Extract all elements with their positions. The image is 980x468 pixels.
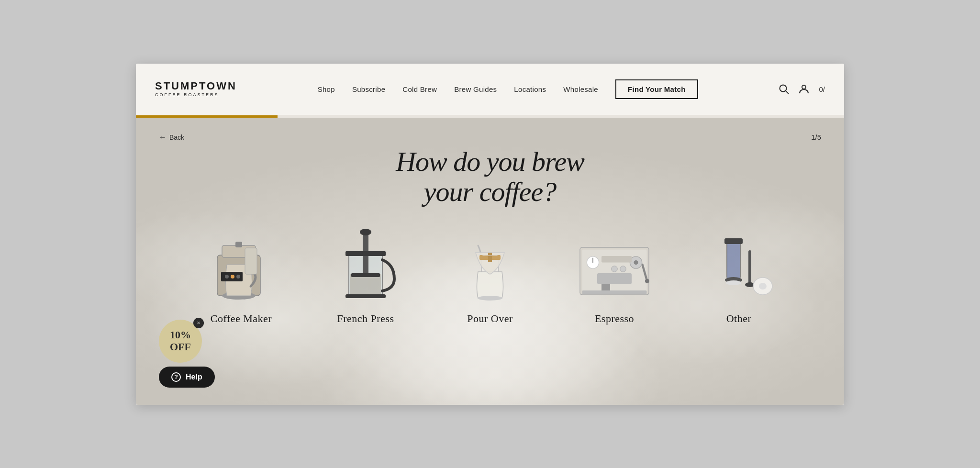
svg-point-37: [726, 280, 741, 285]
svg-point-26: [645, 279, 649, 283]
brew-option-coffee-maker[interactable]: Coffee Maker: [179, 226, 303, 325]
svg-rect-6: [235, 242, 242, 247]
other-label: Other: [726, 312, 752, 325]
svg-point-9: [225, 275, 229, 279]
pour-over-icon: [447, 226, 533, 303]
account-icon: [799, 84, 809, 94]
nav-item-shop[interactable]: Shop: [318, 85, 335, 93]
discount-badge[interactable]: × 10% OFF: [159, 320, 202, 363]
account-button[interactable]: [799, 84, 809, 94]
pour-over-image: [447, 226, 533, 303]
help-button[interactable]: ? Help: [159, 367, 215, 388]
coffee-maker-image: [198, 226, 284, 303]
help-icon: ?: [171, 372, 181, 382]
nav-item-brew-guides[interactable]: Brew Guides: [454, 85, 497, 93]
svg-point-2: [802, 85, 806, 89]
help-label: Help: [186, 373, 202, 381]
nav-item-wholesale[interactable]: Wholesale: [563, 85, 598, 93]
svg-rect-13: [350, 274, 381, 295]
question-title: How do you brew your coffee?: [136, 146, 844, 208]
logo[interactable]: STUMPTOWN COFFEE ROASTERS: [155, 81, 237, 97]
search-icon: [779, 84, 789, 94]
discount-close-button[interactable]: ×: [193, 318, 204, 328]
svg-point-41: [759, 283, 767, 290]
espresso-icon: [571, 226, 657, 303]
brew-option-french-press[interactable]: French Press: [303, 226, 428, 325]
cart-count: 0/: [819, 85, 825, 93]
discount-text: 10% OFF: [170, 329, 191, 352]
svg-line-1: [786, 91, 789, 94]
nav-item-locations[interactable]: Locations: [514, 85, 546, 93]
header-icons: 0/: [779, 84, 825, 94]
svg-rect-24: [597, 273, 632, 284]
brew-option-other[interactable]: Other: [677, 226, 801, 325]
svg-rect-27: [582, 290, 647, 294]
search-button[interactable]: [779, 84, 789, 94]
svg-rect-34: [727, 241, 740, 279]
logo-sub: COFFEE ROASTERS: [155, 93, 237, 97]
brew-options: Coffee Maker: [136, 207, 844, 354]
nav-item-subscribe[interactable]: Subscribe: [352, 85, 385, 93]
brew-option-espresso[interactable]: Espresso: [552, 226, 677, 325]
other-image: [696, 226, 782, 303]
svg-point-21: [478, 296, 502, 301]
svg-point-10: [231, 275, 234, 279]
french-press-image: [323, 226, 409, 303]
svg-point-11: [236, 275, 240, 279]
espresso-label: Espresso: [595, 312, 634, 325]
svg-rect-16: [351, 273, 380, 277]
cart-button[interactable]: 0/: [819, 85, 825, 93]
svg-rect-18: [345, 294, 386, 298]
question-line1: How do you brew: [396, 146, 584, 177]
svg-rect-31: [601, 256, 632, 263]
site-header: STUMPTOWN COFFEE ROASTERS Shop Subscribe…: [136, 64, 844, 115]
svg-rect-7: [245, 248, 257, 274]
main-content: ← Back 1/5 How do you brew your coffee?: [136, 118, 844, 405]
french-press-icon: [323, 226, 409, 303]
espresso-image: [571, 226, 657, 303]
browser-window: STUMPTOWN COFFEE ROASTERS Shop Subscribe…: [136, 64, 844, 405]
svg-rect-17: [345, 251, 386, 256]
svg-rect-35: [724, 238, 743, 244]
french-press-label: French Press: [337, 312, 394, 325]
find-match-button[interactable]: Find Your Match: [615, 79, 698, 99]
svg-rect-20: [488, 253, 492, 262]
pour-over-label: Pour Over: [467, 312, 513, 325]
svg-point-33: [620, 266, 626, 272]
svg-point-29: [634, 260, 638, 265]
svg-point-0: [780, 85, 787, 92]
svg-point-15: [360, 229, 371, 235]
coffee-maker-icon: [198, 226, 284, 303]
svg-point-32: [612, 266, 618, 272]
question-area: How do you brew your coffee?: [136, 118, 844, 208]
question-line2: your coffee?: [424, 176, 556, 207]
logo-main: STUMPTOWN: [155, 81, 237, 91]
coffee-maker-label: Coffee Maker: [211, 312, 272, 325]
brew-option-pour-over[interactable]: Pour Over: [428, 226, 552, 325]
svg-rect-38: [748, 250, 751, 284]
main-nav: Shop Subscribe Cold Brew Brew Guides Loc…: [318, 79, 698, 99]
nav-item-cold-brew[interactable]: Cold Brew: [402, 85, 437, 93]
other-icon: [696, 226, 782, 303]
